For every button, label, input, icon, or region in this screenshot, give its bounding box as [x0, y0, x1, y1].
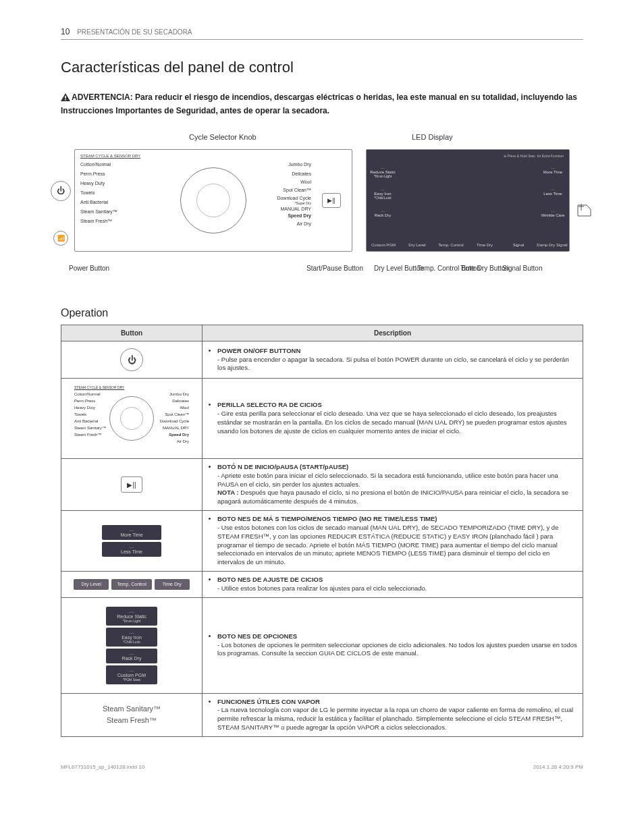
- warning-icon: [61, 92, 70, 105]
- footer-right: 2014.1.28 4:20:9 PM: [533, 764, 583, 770]
- led-reduce-static: —Reduce Static*Drum Light: [367, 166, 399, 178]
- table-row: Dry Level Temp. Control Time Dry BOTO NE…: [61, 571, 583, 597]
- pill-dry-level: Dry Level: [74, 579, 109, 590]
- operation-heading: Operation: [61, 307, 583, 319]
- less-time-pill: —Less Time: [102, 542, 161, 557]
- start-pause-button[interactable]: ▶||: [322, 193, 341, 208]
- svg-rect-0: [65, 96, 66, 99]
- desc-adjust: BOTO NES DE AJUSTE DE CICIOS- Utilice es…: [203, 571, 583, 597]
- cycle-air: Air Dry: [297, 221, 311, 226]
- cycle-jumbo: Jumbo Dry: [288, 162, 311, 167]
- page-header: 10 PRESENTACIÓN DE SU SECADORA: [61, 27, 583, 40]
- power-button[interactable]: ⏻: [51, 181, 71, 201]
- svg-rect-1: [65, 99, 66, 101]
- tag-on-icon: [576, 204, 592, 226]
- cell-adjust: Dry Level Temp. Control Time Dry: [61, 571, 203, 597]
- led-rack-dry: —Rack Dry: [367, 209, 399, 217]
- cell-options: —Reduce Static*Drum Light —Easy Iron*Chi…: [61, 597, 203, 693]
- cycle-heavy: Heavy Duty: [80, 181, 105, 186]
- desc-options: BOTO NES DE OPCIONES- Los botones de opc…: [203, 597, 583, 693]
- warning-prefix: ADVERTENCIA:: [72, 92, 133, 102]
- co-power: Power Button: [69, 265, 109, 273]
- page-footer: MFL67731015_sp_140128.indd 10 2014.1.28 …: [61, 764, 583, 770]
- co-signal: Signal Button: [502, 265, 543, 273]
- steam-cycle-header: STEAM CYCLE & SENSOR DRY: [80, 154, 140, 158]
- table-row: —Reduce Static*Drum Light —Easy Iron*Chi…: [61, 597, 583, 693]
- desc-knob: PERILLA SELECTO RA DE CICIOS- Gire esta …: [203, 379, 583, 459]
- opt-rack-dry: —Rack Dry: [106, 649, 157, 663]
- desc-start: BOTÓ N DE INICIO/pAUSA (START/pAUSE) - A…: [203, 459, 583, 511]
- table-row: ▶|| BOTÓ N DE INICIO/pAUSA (START/pAUSE)…: [61, 459, 583, 511]
- led-easy-iron: —Easy Iron*Child Lock: [367, 188, 399, 200]
- warning-block: ADVERTENCIA: Para reducir el riesgo de i…: [61, 91, 583, 117]
- led-less-time: —Less Time: [537, 188, 569, 200]
- label-led-display: LED Display: [412, 133, 453, 141]
- page-number: 10: [61, 27, 70, 36]
- cycle-towels: Towels: [80, 190, 95, 195]
- led-more-time: —More Time: [537, 166, 569, 178]
- led-hold-note: ※ Press & Hold 3sec. for Extra Function: [504, 154, 564, 158]
- cell-moreless: —More Time —Less Time: [61, 511, 203, 572]
- led-wrinkle: —Wrinkle Care: [537, 209, 569, 217]
- steam-sanitary-label: Steam Sanitary™: [64, 703, 199, 715]
- desc-moreless: BOTO NES DE MÁ S TIEMPO/MENOS TIEMPO (MO…: [203, 511, 583, 572]
- cycle-superdry: *Super Dry: [295, 201, 311, 205]
- operation-table: Button Description ⏻ POWER ON/OFF BUTTON…: [61, 325, 583, 737]
- cycle-manual: MANUAL DRY: [280, 207, 311, 211]
- smart-diag-icon: 📶: [53, 231, 68, 246]
- opt-easy-iron: —Easy Iron*Child Lock: [106, 628, 157, 647]
- section-title: PRESENTACIÓN DE SU SECADORA: [77, 28, 192, 36]
- more-time-pill: —More Time: [102, 525, 161, 540]
- table-row: Steam Sanitary™ Steam Fresh™ FUNCIONES Ú…: [61, 693, 583, 736]
- co-dry: Dry Level Button: [374, 265, 424, 273]
- cell-steam: Steam Sanitary™ Steam Fresh™: [61, 693, 203, 736]
- cycle-cotton: Cotton/Normal: [80, 162, 111, 167]
- opt-custom-pgm: —Custom PGM*PGM Save: [106, 665, 157, 684]
- power-icon: ⏻: [120, 348, 143, 371]
- co-start: Start/Pause Button: [306, 265, 363, 273]
- table-row: —More Time —Less Time BOTO NES DE MÁ S T…: [61, 511, 583, 572]
- cycle-anti: Anti Bacterial: [80, 200, 108, 204]
- page-title: Características del panel de control: [61, 59, 583, 76]
- th-desc: Description: [203, 325, 583, 341]
- cycle-speed: Speed Dry: [288, 213, 311, 218]
- diagram-left-panel: STEAM CYCLE & SENSOR DRY Cotton/Normal P…: [74, 149, 352, 252]
- pill-temp-control: Temp. Control: [111, 579, 152, 590]
- steam-fresh-label: Steam Fresh™: [64, 715, 199, 727]
- opt-reduce-static: —Reduce Static*Drum Light: [106, 607, 157, 626]
- cell-start: ▶||: [61, 459, 203, 511]
- cycle-steam-fresh: Steam Fresh™: [80, 219, 112, 223]
- start-pause-icon: ▶||: [121, 476, 142, 493]
- footer-left: MFL67731015_sp_140128.indd 10: [61, 764, 144, 770]
- cycle-steam-san: Steam Sanitary™: [80, 209, 117, 214]
- desc-power: POWER ON/OFF BUTTONN- Pulse para encende…: [203, 341, 583, 379]
- desc-steam: FUNCIONES ÚTILES CON VAPOR- La nueva tec…: [203, 693, 583, 736]
- pill-time-dry: Time Dry: [155, 579, 190, 590]
- warning-text: Para reducir el riesgo de incendios, des…: [61, 92, 577, 115]
- cycle-selector-knob[interactable]: [180, 167, 246, 234]
- cycle-download: Download Cycle: [277, 196, 311, 200]
- th-button: Button: [61, 325, 203, 341]
- table-row: ⏻ POWER ON/OFF BUTTONN- Pulse para encen…: [61, 341, 583, 379]
- control-panel-diagram: Cycle Selector Knob LED Display STEAM CY…: [74, 133, 570, 295]
- label-cycle-selector: Cycle Selector Knob: [189, 133, 257, 141]
- cell-knob: STEAM CYCLE & SENSOR DRY Cotton/Normal P…: [61, 379, 203, 459]
- cycle-spot: Spot Clean™: [283, 188, 311, 192]
- diagram-led-panel: ※ Press & Hold 3sec. for Extra Function …: [366, 149, 570, 252]
- table-row: STEAM CYCLE & SENSOR DRY Cotton/Normal P…: [61, 379, 583, 459]
- cycle-wool: Wool: [300, 180, 311, 184]
- cell-power: ⏻: [61, 341, 203, 379]
- led-bottom-row: Custom PGM Dry Level Temp. Control Time …: [367, 243, 569, 247]
- cycle-delicates: Delicates: [292, 171, 311, 176]
- cycle-perm: Perm.Press: [80, 171, 105, 176]
